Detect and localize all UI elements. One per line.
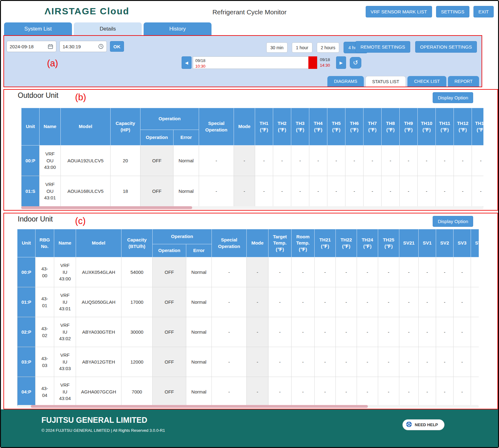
tab-diagrams[interactable]: DIAGRAMS [327, 76, 364, 87]
indoor-horizontal-scrollbar[interactable] [17, 405, 479, 408]
unit-cell: 01:P [17, 287, 36, 317]
column-header-capacity-hp: Capacity (HP) [111, 108, 140, 145]
cell-operation: OFF [153, 347, 186, 377]
indoor-display-option-button[interactable]: Display Option [433, 216, 473, 227]
timeline-track[interactable]: 09/18 10:30 [193, 56, 317, 69]
scrollbar-thumb[interactable] [31, 405, 368, 408]
cell-sv21: - [399, 287, 419, 317]
cell-th11: - [436, 176, 454, 207]
cell-th8: - [382, 145, 400, 176]
cell-operation: OFF [140, 176, 173, 207]
refrigerant-cycle-monitor-screen: ΛIRSTAGE Cloud Refrigerant Cycle Monitor… [0, 0, 499, 448]
column-header-unit: Unit [17, 229, 36, 257]
tab-report[interactable]: REPORT [448, 76, 479, 87]
date-value: 2024-09-18 [10, 44, 34, 49]
indoor-unit-table-wrap: UnitRBG No.NameModelCapacity (BTU/h)Oper… [17, 229, 479, 407]
outdoor-horizontal-scrollbar[interactable] [21, 206, 483, 209]
clock-icon[interactable] [98, 44, 104, 49]
cell-model: AOUA192ULCV5 [61, 145, 111, 176]
table-row: 03:P43-03VRF IU 43:03ABYA012GTEH12000OFF… [17, 347, 479, 377]
cell-th1: - [255, 176, 273, 207]
cell-capacity-btu-h: 17000 [121, 287, 153, 317]
time-input[interactable]: 14:30:19 [59, 41, 107, 52]
cell-th21: - [315, 377, 336, 407]
timeline-end-time: 14:30 [320, 63, 334, 68]
tab-details[interactable]: Details [74, 22, 142, 35]
timeline-start-date: 09/18 [195, 58, 206, 63]
column-group-operation: Operation [140, 108, 199, 130]
scrollbar-thumb[interactable] [21, 206, 192, 209]
indoor-unit-section: Indoor Unit (c) Display Option UnitRBG N… [3, 213, 498, 409]
cell-th12: - [454, 176, 472, 207]
tab-history[interactable]: History [144, 22, 211, 35]
cell-rbg-no: 43-03 [36, 347, 54, 377]
cell-rbg-no: 43-00 [36, 257, 54, 287]
tab-status-list[interactable]: STATUS LIST [365, 76, 406, 87]
cell-th25: - [378, 317, 399, 347]
indoor-unit-heading: Indoor Unit [18, 215, 53, 223]
ok-button[interactable]: OK [110, 41, 124, 52]
cell-error: Normal [186, 377, 212, 407]
range-1hour-button[interactable]: 1 hour [292, 42, 312, 53]
cell-th10: - [418, 145, 436, 176]
cell-th24: - [357, 257, 378, 287]
cell-name: VRF IU 43:02 [54, 317, 76, 347]
calendar-icon[interactable] [48, 44, 53, 49]
date-input[interactable]: 2024-09-18 [7, 41, 56, 52]
tab-check-list[interactable]: CHECK LIST [407, 76, 446, 87]
column-header-room-temp: Room Temp. (℉) [292, 229, 315, 257]
column-header-sv4: SV4 [471, 229, 479, 257]
timeline-slider: ◀ 09/18 10:30 09/18 14:30 ▶ ↺ [182, 56, 361, 69]
timeline-start-time: 10:30 [195, 64, 206, 69]
column-header-unit: Unit [21, 108, 40, 145]
table-row: 01:SVRF OU 43:01AOUA168ULCV518OFFNormal-… [21, 176, 484, 207]
operation-settings-button[interactable]: OPERATION SETTINGS [415, 41, 477, 53]
cell-model: AGHA007GCGH [76, 377, 121, 407]
outdoor-display-option-button[interactable]: Display Option [433, 92, 473, 103]
cell-room-temp: - [292, 317, 315, 347]
vrf-sensor-mark-list-button[interactable]: VRF SENSOR MARK LIST [366, 6, 432, 17]
column-header-model: Model [61, 108, 111, 145]
range-2hours-button[interactable]: 2 hours [317, 42, 340, 53]
cell-special-operation: - [199, 145, 234, 176]
cell-sv4: - [471, 317, 479, 347]
settings-button[interactable]: SETTINGS [436, 6, 469, 17]
indoor-table: UnitRBG No.NameModelCapacity (BTU/h)Oper… [17, 229, 479, 407]
tab-system-list[interactable]: System List [4, 22, 72, 35]
column-header-mode: Mode [247, 229, 269, 257]
column-header-th21: TH21 (℉) [315, 229, 336, 257]
timeline-forward-button[interactable]: ▶ [336, 56, 346, 69]
cell-sv4: - [471, 287, 479, 317]
range-30min-button[interactable]: 30 min [266, 42, 288, 53]
column-header-error: Error [186, 244, 212, 257]
timeline-end-date: 09/18 [320, 57, 330, 62]
cell-target-temp: - [269, 317, 292, 347]
cell-sv4: - [471, 347, 479, 377]
column-header-th4: TH4 (℉) [309, 108, 327, 145]
table-row: 04:P43-04VRF IU 43:04AGHA007GCGH7000OFFN… [17, 377, 479, 407]
cell-model: AUQS050GLAH [76, 287, 121, 317]
column-header-name: Name [40, 108, 61, 145]
unit-cell: 02:P [17, 317, 36, 347]
cell-error: Normal [186, 317, 212, 347]
exit-button[interactable]: EXIT [473, 6, 494, 17]
column-header-special-operation: Special Operation [199, 108, 234, 145]
cell-th6: - [345, 145, 364, 176]
cell-th22: - [336, 377, 357, 407]
need-help-button[interactable]: NEED HELP [402, 419, 444, 430]
cell-model: ABYA030GTEH [76, 317, 121, 347]
cell-name: VRF OU 43:00 [40, 145, 61, 176]
cell-special-operation: - [212, 257, 247, 287]
refresh-button[interactable]: ↺ [350, 57, 361, 69]
timeline-handle[interactable] [308, 56, 317, 69]
arrow-right-icon: ▶ [340, 60, 343, 65]
cell-th13: - [472, 145, 484, 176]
cell-th13: - [472, 176, 484, 207]
timeline-back-button[interactable]: ◀ [182, 56, 192, 69]
cell-th3: - [291, 176, 309, 207]
outdoor-unit-section: Outdoor Unit (b) Display Option UnitName… [3, 89, 498, 211]
cell-special-operation: - [212, 317, 247, 347]
cell-special-operation: - [199, 176, 234, 207]
cell-th22: - [336, 257, 357, 287]
remote-settings-button[interactable]: REMOTE SETTINGS [355, 41, 410, 53]
